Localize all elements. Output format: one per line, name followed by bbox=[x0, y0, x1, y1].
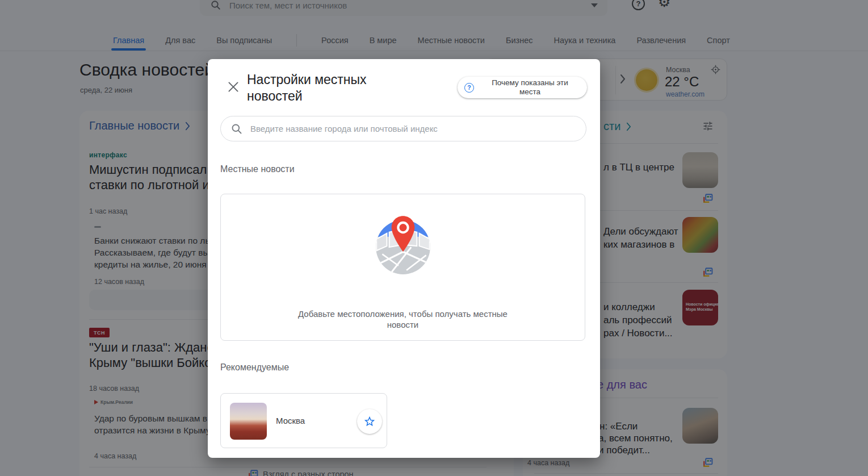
dialog-title-line: Настройки местных bbox=[247, 72, 423, 88]
star-icon bbox=[363, 415, 376, 428]
google-news-page: ? ⚙ Главная Для вас Вы подписаны Россия … bbox=[0, 0, 868, 476]
close-icon[interactable] bbox=[226, 80, 241, 94]
why-label-line: места bbox=[479, 87, 581, 97]
recommended-city-name: Москва bbox=[276, 416, 305, 425]
why-these-places-label: Почему показаны эти места bbox=[479, 78, 581, 97]
empty-state-text: новости bbox=[221, 320, 585, 329]
search-icon bbox=[231, 123, 242, 135]
moscow-thumbnail bbox=[230, 403, 267, 440]
dialog-title: Настройки местных новостей bbox=[247, 72, 423, 105]
city-search-field[interactable] bbox=[220, 116, 586, 141]
follow-star-button[interactable] bbox=[357, 409, 382, 434]
locations-empty-state: Добавьте местоположения, чтобы получать … bbox=[220, 194, 585, 341]
local-news-section-label: Местные новости bbox=[220, 164, 295, 174]
recommended-location-card[interactable]: Москва bbox=[220, 393, 387, 448]
dialog-title-line: новостей bbox=[247, 88, 423, 105]
why-these-places-button[interactable]: ? Почему показаны эти места bbox=[458, 77, 587, 98]
help-circle-icon: ? bbox=[464, 83, 474, 93]
local-news-settings-dialog: Настройки местных новостей ? Почему пока… bbox=[208, 59, 600, 458]
why-label-line: Почему показаны эти bbox=[479, 78, 581, 87]
recommended-section-label: Рекомендуемые bbox=[220, 362, 289, 373]
map-pin-illustration bbox=[370, 209, 437, 278]
city-search-input[interactable] bbox=[250, 124, 577, 133]
empty-state-text: Добавьте местоположения, чтобы получать … bbox=[221, 309, 585, 319]
